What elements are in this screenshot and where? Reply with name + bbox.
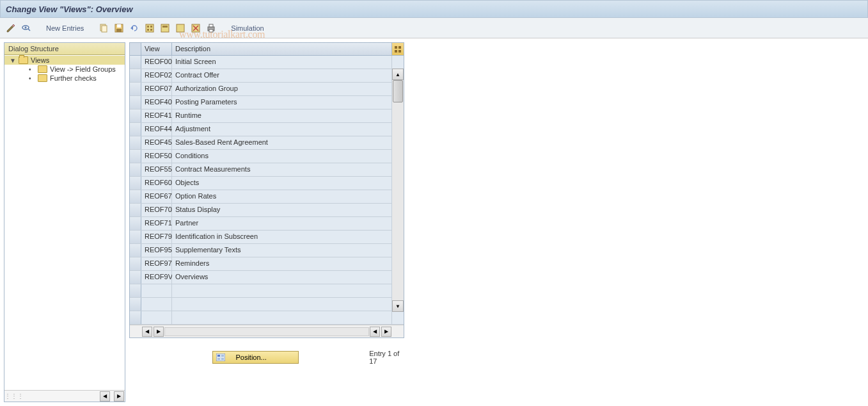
row-selector[interactable]	[130, 231, 141, 243]
scroll-left-end-icon[interactable]: ◀	[370, 327, 380, 337]
row-selector[interactable]	[130, 217, 141, 230]
cell-description[interactable]: Status Display	[172, 204, 392, 216]
cell-view[interactable]: REOF07	[141, 83, 172, 95]
cell-view[interactable]: REOF70	[141, 204, 172, 216]
folder-icon	[38, 74, 47, 82]
cell-description[interactable]: Runtime	[172, 110, 392, 122]
row-selector[interactable]	[130, 150, 141, 163]
svg-rect-12	[147, 29, 149, 31]
scroll-up-icon[interactable]: ▲	[392, 69, 404, 80]
cell-description[interactable]: Objects	[172, 177, 392, 190]
row-selector[interactable]	[130, 190, 141, 203]
save-icon[interactable]	[113, 22, 125, 34]
cell-view[interactable]: REOF9V	[141, 271, 172, 284]
row-selector[interactable]	[130, 284, 141, 297]
col-header-view[interactable]: View	[141, 43, 172, 55]
row-selector[interactable]	[130, 123, 141, 136]
table-row: REOF44Adjustment	[130, 123, 404, 136]
cell-description[interactable]: Reminders	[172, 257, 392, 270]
cell-description[interactable]: Contract Measurements	[172, 163, 392, 176]
cell-view[interactable]: REOF97	[141, 257, 172, 270]
cell-description[interactable]	[172, 284, 392, 297]
cell-view[interactable]: REOF55	[141, 163, 172, 176]
row-selector[interactable]	[130, 244, 141, 257]
svg-rect-15	[162, 26, 168, 28]
cell-view[interactable]	[141, 284, 172, 297]
new-entries-button[interactable]: New Entries	[43, 24, 86, 32]
scroll-left-icon[interactable]: ◀	[142, 327, 152, 337]
tree-node-field-groups[interactable]: • View -> Field Groups	[4, 65, 125, 74]
cell-description[interactable]	[172, 298, 392, 311]
vertical-scrollbar[interactable]: ▲ ▼	[392, 69, 404, 312]
cell-description[interactable]: Option Rates	[172, 190, 392, 203]
table-row: REOF95Supplementary Texts	[130, 244, 404, 257]
row-selector[interactable]	[130, 163, 141, 176]
print-icon[interactable]	[205, 22, 217, 34]
row-selector[interactable]	[130, 96, 141, 109]
table-config-icon[interactable]	[392, 43, 404, 55]
cell-description[interactable]: Identification in Subscreen	[172, 231, 392, 243]
display-icon[interactable]	[20, 22, 32, 34]
cell-view[interactable]: REOF41	[141, 110, 172, 122]
cell-view[interactable]: REOF44	[141, 123, 172, 136]
row-selector[interactable]	[130, 298, 141, 311]
scroll-track[interactable]	[392, 80, 404, 300]
cell-view[interactable]	[141, 311, 172, 324]
scroll-right-icon[interactable]: ▶	[114, 391, 124, 402]
col-header-description[interactable]: Description	[172, 43, 392, 55]
scroll-right-end-icon[interactable]: ▶	[381, 327, 391, 337]
cell-view[interactable]: REOF79	[141, 231, 172, 243]
row-selector[interactable]	[130, 56, 141, 69]
row-selector[interactable]	[130, 311, 141, 324]
row-selector[interactable]	[130, 136, 141, 149]
cell-view[interactable]: REOF00	[141, 56, 172, 69]
cell-description[interactable]: Adjustment	[172, 123, 392, 136]
cell-description[interactable]: Authorization Group	[172, 83, 392, 95]
tree-node-further-checks[interactable]: • Further checks	[4, 74, 125, 83]
cell-view[interactable]: REOF02	[141, 69, 172, 82]
scroll-left-icon[interactable]: ◀	[100, 391, 110, 402]
deselect-all-icon[interactable]	[175, 22, 186, 34]
hscroll-track[interactable]	[164, 327, 369, 336]
cell-view[interactable]: REOF60	[141, 177, 172, 190]
cell-description[interactable]: Partner	[172, 217, 392, 230]
row-selector[interactable]	[130, 257, 141, 270]
row-selector[interactable]	[130, 110, 141, 122]
cell-description[interactable]: Supplementary Texts	[172, 244, 392, 257]
undo-icon[interactable]	[129, 22, 140, 34]
copy-icon[interactable]	[98, 22, 109, 34]
row-selector[interactable]	[130, 204, 141, 216]
cell-view[interactable]: REOF40	[141, 96, 172, 109]
cell-view[interactable]	[141, 298, 172, 311]
cell-description[interactable]: Posting Parameters	[172, 96, 392, 109]
delete-icon[interactable]	[190, 22, 201, 34]
row-selector[interactable]	[130, 177, 141, 190]
scroll-right-icon[interactable]: ▶	[154, 327, 164, 337]
cell-view[interactable]: REOF71	[141, 217, 172, 230]
row-selector[interactable]	[130, 69, 141, 82]
change-icon[interactable]	[5, 22, 17, 34]
tree-node-views[interactable]: ▼ Views	[4, 56, 125, 65]
cell-description[interactable]	[172, 311, 392, 324]
position-button[interactable]: Position...	[212, 351, 299, 364]
cell-view[interactable]: REOF50	[141, 150, 172, 163]
cell-view[interactable]: REOF45	[141, 136, 172, 149]
cell-description[interactable]: Conditions	[172, 150, 392, 163]
cell-view[interactable]: REOF67	[141, 190, 172, 203]
cell-description[interactable]: Initial Screen	[172, 56, 392, 69]
select-block-icon[interactable]	[159, 22, 171, 34]
simulation-button[interactable]: Simulation	[228, 24, 266, 32]
drag-handle-icon[interactable]: ⋮⋮⋮	[4, 393, 24, 400]
scroll-down-icon[interactable]: ▼	[392, 300, 404, 312]
row-selector[interactable]	[130, 271, 141, 284]
select-all-corner[interactable]	[130, 43, 141, 55]
cell-view[interactable]: REOF95	[141, 244, 172, 257]
tree-bullet: •	[29, 66, 35, 73]
scroll-thumb[interactable]	[393, 80, 403, 102]
select-all-icon[interactable]	[144, 22, 155, 34]
cell-description[interactable]: Overviews	[172, 271, 392, 284]
cell-description[interactable]: Sales-Based Rent Agreement	[172, 136, 392, 149]
tree-collapse-icon[interactable]: ▼	[10, 57, 16, 64]
cell-description[interactable]: Contract Offer	[172, 69, 392, 82]
row-selector[interactable]	[130, 83, 141, 95]
